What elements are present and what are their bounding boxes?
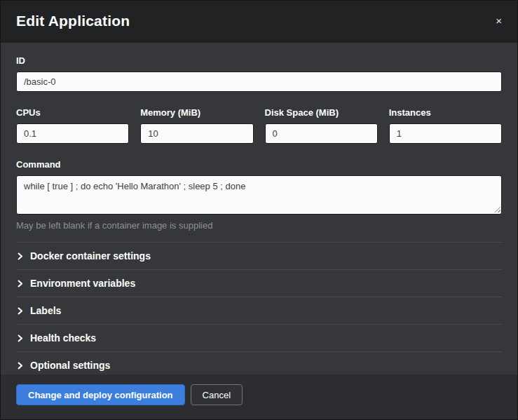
section-label: Environment variables	[30, 278, 135, 289]
section-label: Docker container settings	[30, 250, 151, 262]
command-field: Command while [ true ] ; do echo 'Hello …	[16, 159, 502, 231]
disk-label: Disk Space (MiB)	[265, 107, 378, 118]
modal-body: ID CPUs Memory (MiB) Disk Space (MiB) In…	[1, 43, 517, 374]
memory-input[interactable]	[140, 123, 253, 144]
modal-footer: Change and deploy configuration Cancel	[1, 374, 517, 419]
cpus-label: CPUs	[16, 107, 129, 118]
chevron-right-icon	[18, 334, 22, 342]
section-label: Optional settings	[30, 360, 110, 371]
section-toggle-health-checks[interactable]: Health checks	[16, 324, 502, 351]
section-label: Labels	[30, 305, 61, 316]
instances-input[interactable]	[389, 123, 502, 144]
chevron-right-icon	[18, 307, 22, 315]
section-toggle-optional-settings[interactable]: Optional settings	[16, 351, 502, 374]
memory-label: Memory (MiB)	[140, 107, 253, 118]
change-and-deploy-button[interactable]: Change and deploy configuration	[16, 384, 185, 405]
cpus-input[interactable]	[16, 123, 129, 144]
chevron-right-icon	[18, 280, 22, 287]
cpus-field: CPUs	[16, 107, 129, 144]
instances-label: Instances	[389, 107, 502, 118]
disk-input[interactable]	[265, 123, 378, 144]
section-toggle-labels[interactable]: Labels	[16, 297, 502, 324]
modal-header: Edit Application ×	[1, 1, 517, 43]
disk-field: Disk Space (MiB)	[265, 107, 378, 144]
modal-title: Edit Application	[16, 13, 130, 29]
collapsible-sections: Docker container settings Environment va…	[16, 242, 502, 374]
chevron-right-icon	[18, 252, 22, 260]
section-label: Health checks	[30, 332, 96, 344]
instances-field: Instances	[389, 107, 502, 144]
command-label: Command	[16, 159, 502, 170]
chevron-right-icon	[18, 362, 22, 370]
id-input[interactable]	[16, 72, 502, 92]
resources-row: CPUs Memory (MiB) Disk Space (MiB) Insta…	[16, 107, 502, 144]
id-label: ID	[16, 55, 502, 66]
section-toggle-docker-container-settings[interactable]: Docker container settings	[16, 242, 502, 269]
command-help-text: May be left blank if a container image i…	[16, 220, 502, 231]
memory-field: Memory (MiB)	[140, 107, 253, 144]
section-toggle-environment-variables[interactable]: Environment variables	[16, 269, 502, 297]
command-input[interactable]: while [ true ] ; do echo 'Hello Marathon…	[16, 175, 502, 215]
edit-application-modal: Edit Application × ID CPUs Memory (MiB) …	[0, 0, 518, 420]
id-field: ID	[16, 55, 502, 92]
cancel-button[interactable]: Cancel	[191, 384, 243, 405]
close-icon[interactable]: ×	[490, 13, 502, 26]
